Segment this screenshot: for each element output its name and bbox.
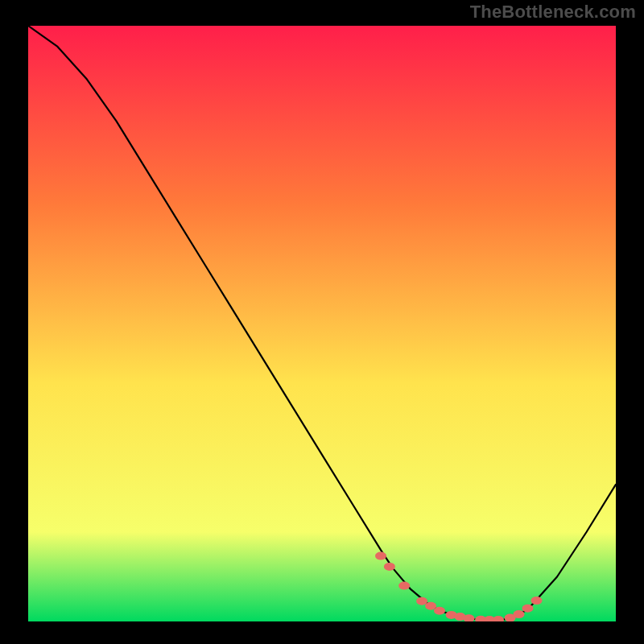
marker-dot <box>434 607 445 615</box>
watermark-label: TheBottleneck.com <box>470 2 636 23</box>
marker-dot <box>375 552 386 560</box>
marker-dot <box>522 605 534 613</box>
marker-dot <box>384 563 395 571</box>
marker-dot <box>416 597 427 605</box>
marker-dot <box>398 582 410 590</box>
gradient-background <box>28 26 616 621</box>
plot-area <box>28 26 616 621</box>
chart-frame: TheBottleneck.com <box>0 0 644 644</box>
marker-dot <box>531 597 543 605</box>
bottleneck-chart <box>28 26 616 621</box>
marker-dot <box>514 610 525 618</box>
